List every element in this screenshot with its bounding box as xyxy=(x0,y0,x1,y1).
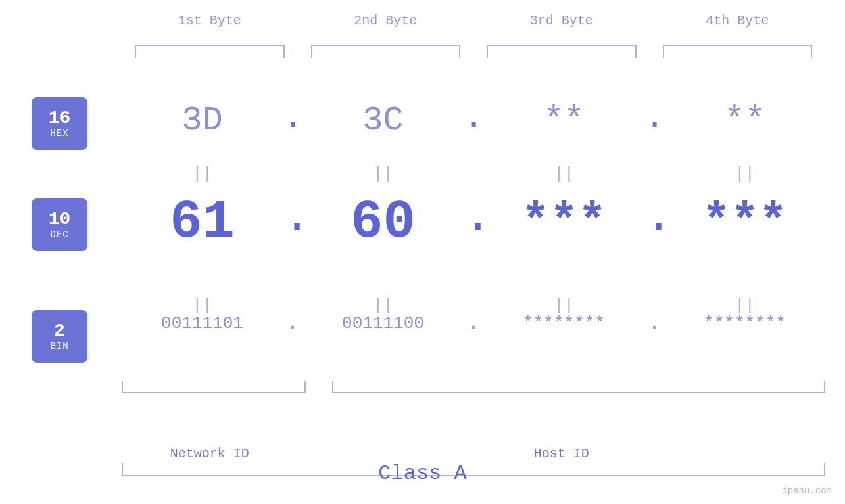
hex-badge-num: 16 xyxy=(49,108,71,129)
dec-b3: *** xyxy=(483,195,644,249)
dec-b4: *** xyxy=(664,195,825,249)
bin-b2: 00111100 xyxy=(302,313,464,333)
dec-badge: 10 DEC xyxy=(32,198,87,251)
hex-badge: 16 HEX xyxy=(32,97,87,150)
col-header-1: 1st Byte xyxy=(122,13,298,28)
hex-row: 3D . 3C . ** . ** xyxy=(122,99,825,143)
bin-row: 00111101 . 00111100 . ******** . *******… xyxy=(122,312,825,334)
col-header-3: 3rd Byte xyxy=(473,13,650,28)
hex-b1: 3D xyxy=(122,101,283,140)
bin-bottom-brackets xyxy=(122,381,825,393)
bin-dot-3: . xyxy=(644,312,664,334)
network-id-label: Network ID xyxy=(122,446,298,461)
main-container: 1st Byte 2nd Byte 3rd Byte 4th Byte 16 H… xyxy=(0,0,845,504)
column-headers: 1st Byte 2nd Byte 3rd Byte 4th Byte xyxy=(122,13,825,28)
dec-row: 61 . 60 . *** . *** xyxy=(122,191,825,254)
dec-dot-3: . xyxy=(644,191,664,254)
hex-b3: ** xyxy=(483,101,644,140)
eq-hex-dec-4: || xyxy=(664,164,825,184)
class-label: Class A xyxy=(0,461,845,486)
host-id-label: Host ID xyxy=(298,446,826,461)
eq-hex-dec-1: || xyxy=(122,164,283,184)
bin-b4: ******** xyxy=(664,313,825,333)
hex-dot-3: . xyxy=(644,99,664,143)
dec-dot-2: . xyxy=(464,191,483,254)
hex-b2: 3C xyxy=(302,101,464,140)
id-labels: Network ID Host ID xyxy=(122,446,825,461)
bracket-top-1 xyxy=(135,45,285,58)
hex-dot-2: . xyxy=(464,99,483,143)
top-brackets xyxy=(122,45,825,58)
col-header-2: 2nd Byte xyxy=(298,13,474,28)
dec-badge-num: 10 xyxy=(49,210,71,230)
bracket-top-3 xyxy=(487,45,637,58)
dec-badge-label: DEC xyxy=(50,229,68,240)
bin-b3: ******** xyxy=(483,313,644,333)
eq-hex-dec-3: || xyxy=(483,164,644,184)
bin-b1: 00111101 xyxy=(122,313,283,333)
bin-dot-2: . xyxy=(464,312,483,334)
bracket-top-2 xyxy=(311,45,461,58)
dec-b2: 60 xyxy=(302,192,464,253)
bracket-network xyxy=(122,381,306,393)
bracket-host xyxy=(332,381,825,393)
bracket-top-4 xyxy=(663,45,813,58)
hex-dot-1: . xyxy=(283,99,302,143)
equals-row-hex-dec: || || || || xyxy=(122,164,825,184)
hex-badge-label: HEX xyxy=(50,128,68,139)
eq-hex-dec-2: || xyxy=(302,164,464,184)
col-header-4: 4th Byte xyxy=(650,13,826,28)
bracket-gap xyxy=(306,381,332,393)
dec-b1: 61 xyxy=(122,192,283,253)
bin-badge-label: BIN xyxy=(50,341,68,352)
hex-b4: ** xyxy=(664,101,825,140)
watermark: ipshu.com xyxy=(782,486,832,496)
bin-dot-1: . xyxy=(283,312,302,334)
bin-badge-num: 2 xyxy=(54,321,65,342)
bin-badge: 2 BIN xyxy=(32,310,87,363)
dec-dot-1: . xyxy=(283,191,302,254)
